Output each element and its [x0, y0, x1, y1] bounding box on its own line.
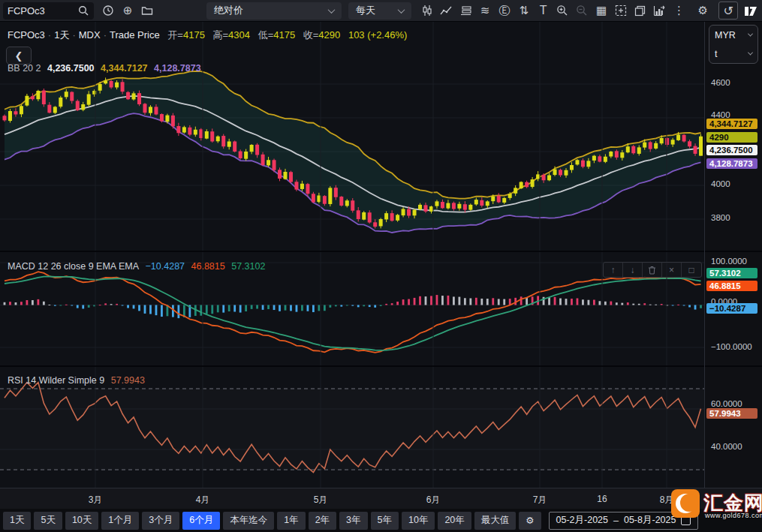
zoom-out-icon	[576, 5, 588, 17]
range-settings-button[interactable]: ⚙	[519, 512, 541, 530]
time-axis[interactable]: 3月4月5月6月7月168月	[0, 488, 762, 509]
zoom-out-button[interactable]	[572, 2, 592, 20]
text-tool-button[interactable]: T	[534, 2, 553, 20]
legend-exchange: MDX	[79, 29, 101, 41]
chevron-down-icon	[397, 6, 405, 14]
more-dots-icon: ⋮	[673, 4, 685, 17]
time-axis-label: 7月	[533, 494, 547, 506]
pane-move-down-button[interactable]: ↓	[623, 263, 643, 277]
pane-ghost-toolbar: ↑ ↓ × □	[603, 262, 702, 278]
bb-indicator-legend[interactable]: BB 20 2 4,236.7500 4,344.7127 4,128.7873	[8, 63, 205, 74]
pane-delete-button[interactable]	[643, 263, 662, 277]
chart-canvas[interactable]: FCPOc3·1天·MDX·Trade Price 开=4175 高=4304 …	[0, 22, 704, 488]
settings-button[interactable]: ⚙	[693, 2, 712, 20]
zoom-in-button[interactable]	[553, 2, 572, 20]
macd-label: MACD 12 26 close 9 EMA EMA	[8, 261, 139, 272]
search-icon	[78, 5, 89, 17]
range-button-3年[interactable]: 3年	[339, 512, 367, 530]
intervals-history-button[interactable]	[98, 2, 118, 20]
range-button-本年迄今[interactable]: 本年迄今	[223, 512, 274, 530]
axis-tick: 60.0000	[711, 399, 742, 408]
candlestick-icon	[421, 5, 433, 17]
bb-label: BB 20 2	[8, 63, 41, 74]
pane-maximize-button[interactable]: □	[682, 263, 701, 277]
close-value: 4290	[318, 29, 340, 41]
table-icon: ▦	[596, 4, 607, 17]
pane-separator	[705, 365, 762, 367]
unit-dropdown[interactable]: t	[709, 44, 757, 63]
open-layout-button[interactable]	[137, 2, 157, 20]
currency-dropdown[interactable]: MYR	[709, 26, 757, 44]
range-button-5年[interactable]: 5年	[371, 512, 399, 530]
pane-collapse-button[interactable]: ×	[662, 263, 682, 277]
range-button-1年[interactable]: 1年	[277, 512, 305, 530]
gear-icon: ⚙	[698, 4, 708, 17]
legend-symbol: FCPOc3	[8, 29, 45, 41]
axis-tick: −100.0000	[711, 342, 752, 351]
range-button-10年[interactable]: 10年	[402, 512, 435, 530]
range-button-最大值[interactable]: 最大值	[474, 512, 517, 530]
date-from: 05-2月-2025	[556, 514, 609, 527]
axis-price-badge: 57.3102	[706, 268, 757, 278]
range-button-5天[interactable]: 5天	[34, 512, 62, 530]
rsi-value: 57.9943	[111, 375, 145, 386]
low-label: 低=	[258, 29, 274, 41]
undo-icon: ↺	[723, 4, 733, 18]
date-separator: –	[613, 515, 619, 526]
range-button-20年[interactable]: 20年	[438, 512, 471, 530]
economy-button[interactable]: Ⓔ	[495, 2, 514, 20]
price-type-dropdown[interactable]: 绝对价	[206, 2, 342, 20]
interval-dropdown[interactable]: 每天	[348, 2, 411, 20]
axis-price-badge: 46.8815	[706, 281, 757, 291]
overlay-compare-button[interactable]: ⇅	[514, 2, 534, 20]
price-axis[interactable]: MYR t 46004400400038004,344.712742904,23…	[704, 22, 762, 488]
pane-move-up-button[interactable]: ↑	[604, 263, 623, 277]
macd-signal-value: 57.3102	[231, 261, 265, 272]
time-axis-label: 3月	[89, 494, 103, 506]
range-button-6个月[interactable]: 6个月	[182, 512, 220, 530]
range-button-2年[interactable]: 2年	[309, 512, 336, 530]
ohlc-legend[interactable]: FCPOc3·1天·MDX·Trade Price 开=4175 高=4304 …	[8, 29, 407, 42]
site-watermark[interactable]: 汇金网 www.gold678.com	[670, 488, 762, 521]
compare-button[interactable]: ≋	[475, 2, 495, 20]
clock-icon	[102, 5, 114, 17]
axis-price-badge: 4,236.7500	[706, 145, 757, 155]
tradingview-logo-icon	[744, 5, 760, 17]
snapshot-button[interactable]	[611, 2, 631, 20]
rsi-label: RSI 14 Wilder Simple 9	[8, 375, 104, 386]
more-options-button[interactable]: ⋮	[670, 2, 689, 20]
high-label: 高=	[212, 29, 228, 41]
site-url: www.gold678.com	[705, 512, 762, 519]
date-to: 05-8月-2025	[624, 514, 676, 527]
indicators-button[interactable]	[436, 2, 456, 20]
macd-indicator-legend[interactable]: MACD 12 26 close 9 EMA EMA −10.4287 46.8…	[8, 261, 269, 272]
change-value: 103 (+2.46%)	[348, 29, 407, 41]
chart-style-button[interactable]	[417, 2, 437, 20]
copy-chart-button[interactable]	[631, 2, 650, 20]
data-window-button[interactable]: ▦	[592, 2, 611, 20]
snapshot-icon	[615, 5, 627, 17]
axis-tick: 4600	[711, 78, 730, 87]
export-chart-data-button[interactable]	[650, 2, 670, 20]
rsi-indicator-legend[interactable]: RSI 14 Wilder Simple 9 57.9943	[8, 375, 149, 386]
symbol-search[interactable]: FCPOc3	[3, 2, 94, 20]
chart-svg[interactable]	[0, 22, 704, 488]
compare-arrows-icon: ⇅	[519, 4, 529, 17]
range-button-1天[interactable]: 1天	[3, 512, 31, 530]
chevron-down-icon	[748, 32, 753, 37]
pane-separator	[705, 251, 762, 252]
plus-circle-icon: ⊕	[123, 4, 133, 17]
range-button-3个月[interactable]: 3个月	[142, 512, 179, 530]
range-button-1个月[interactable]: 1个月	[101, 512, 139, 530]
symbol-search-value: FCPOc3	[8, 5, 78, 17]
macd-line-value: 46.8815	[191, 261, 225, 272]
back-button[interactable]: ❮	[6, 47, 32, 65]
folder-icon	[141, 5, 153, 16]
undo-button[interactable]: ↺	[718, 2, 738, 20]
add-symbol-button[interactable]: ⊕	[118, 2, 137, 20]
chevron-down-icon	[328, 6, 336, 14]
tradingview-logo-button[interactable]	[742, 2, 762, 20]
templates-button[interactable]	[456, 2, 475, 20]
axis-unit-selector: MYR t	[709, 25, 758, 64]
range-button-10天[interactable]: 10天	[65, 512, 98, 530]
